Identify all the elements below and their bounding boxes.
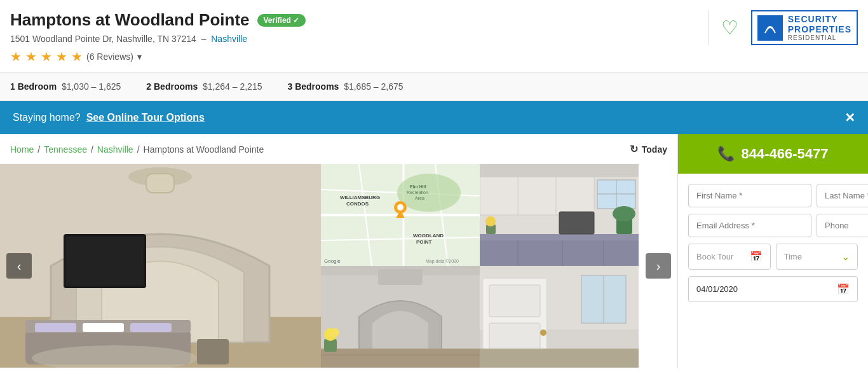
- name-row: [688, 184, 858, 207]
- photo-gallery: ‹: [0, 164, 677, 368]
- svg-rect-47: [559, 212, 594, 234]
- svg-rect-12: [197, 339, 229, 364]
- star-1: ★: [10, 49, 22, 64]
- breadcrumb-city[interactable]: Nashville: [97, 144, 133, 155]
- photo-map: Elm Hill Recreation Area WILLIAMSBURG CO…: [321, 164, 480, 266]
- time-chevron-icon: ⌄: [841, 251, 850, 263]
- svg-rect-11: [130, 323, 172, 332]
- svg-rect-66: [489, 285, 540, 317]
- one-bed-range: $1,030 – 1,625: [62, 81, 121, 92]
- pricing-bar: 1 Bedroom $1,030 – 1,625 2 Bedrooms $1,2…: [0, 73, 868, 101]
- left-content: Home / Tennessee / Nashville / Hamptons …: [0, 134, 677, 368]
- svg-text:CONDOS: CONDOS: [346, 201, 369, 207]
- breadcrumb-state[interactable]: Tennessee: [44, 144, 87, 155]
- address-text: 1501 Woodland Pointe Dr, Nashville, TN 3…: [10, 34, 196, 44]
- svg-rect-55: [321, 349, 480, 368]
- three-bed-range: $1,685 – 2,675: [344, 81, 403, 92]
- svg-rect-42: [480, 234, 639, 240]
- svg-text:Google: Google: [324, 258, 341, 264]
- phone-input[interactable]: [817, 214, 868, 237]
- book-tour-field[interactable]: Book Tour 📅: [688, 244, 771, 270]
- logo-line3: RESIDENTIAL: [788, 34, 851, 41]
- today-label: Today: [642, 144, 667, 155]
- svg-text:Map data ©2020: Map data ©2020: [426, 259, 459, 264]
- three-bed-label: 3 Bedrooms: [287, 81, 339, 92]
- today-button[interactable]: ↻ Today: [630, 143, 667, 155]
- photo-kitchen: [480, 164, 639, 266]
- header-actions: ♡ SECURITY PROPERTIES RESIDENTIAL: [708, 10, 858, 45]
- logo-graphic-icon: [757, 15, 783, 41]
- rating-row: ★ ★ ★ ★ ★ (6 Reviews) ▾: [10, 49, 708, 64]
- gallery-next-button[interactable]: ›: [646, 253, 671, 279]
- main-content: Home / Tennessee / Nashville / Hamptons …: [0, 134, 868, 368]
- svg-point-59: [330, 328, 339, 337]
- breadcrumb-sep-1: /: [37, 144, 40, 155]
- time-select[interactable]: Time ⌄: [776, 244, 858, 270]
- time-label: Time: [784, 252, 802, 261]
- see-online-tour-link[interactable]: See Online Tour Options: [86, 112, 205, 123]
- property-title: Hamptons at Woodland Pointe: [10, 10, 250, 30]
- last-name-input[interactable]: [817, 184, 868, 207]
- svg-text:WOODLAND: WOODLAND: [413, 233, 444, 239]
- contact-row: [688, 214, 858, 237]
- address-city-link[interactable]: Nashville: [211, 34, 247, 44]
- star-4: ★: [56, 49, 67, 64]
- svg-text:POINT: POINT: [416, 239, 432, 245]
- breadcrumb: Home / Tennessee / Nashville / Hamptons …: [0, 134, 677, 164]
- svg-point-68: [540, 329, 546, 336]
- date-field[interactable]: 04/01/2020 📅: [688, 276, 858, 302]
- svg-text:Area: Area: [415, 196, 424, 200]
- email-input[interactable]: [688, 214, 811, 237]
- svg-text:Elm Hill: Elm Hill: [410, 184, 426, 189]
- svg-rect-10: [83, 323, 124, 332]
- logo-text: SECURITY PROPERTIES RESIDENTIAL: [788, 14, 851, 41]
- svg-point-51: [485, 216, 496, 226]
- reviews-count[interactable]: (6 Reviews): [86, 52, 133, 62]
- two-bed-range: $1,264 – 2,215: [203, 81, 262, 92]
- title-row: Hamptons at Woodland Pointe Verified ✓: [10, 10, 708, 30]
- phone-number: 844-466-5477: [741, 146, 828, 162]
- svg-rect-54: [378, 269, 423, 285]
- star-5: ★: [71, 49, 83, 64]
- svg-rect-35: [480, 164, 639, 177]
- tour-banner-prefix: Staying home?: [13, 112, 81, 123]
- address-line: 1501 Woodland Pointe Dr, Nashville, TN 3…: [10, 34, 708, 44]
- photo-interior3: [480, 266, 639, 368]
- book-tour-row: Book Tour 📅 Time ⌄: [688, 244, 858, 270]
- svg-text:Recreation: Recreation: [407, 190, 428, 195]
- svg-rect-4: [146, 174, 174, 193]
- right-sidebar: 📞 844-466-5477 Book Tour 📅 Time ⌄: [677, 134, 868, 368]
- photo-main: [0, 164, 321, 368]
- svg-rect-69: [480, 349, 639, 368]
- star-2: ★: [25, 49, 37, 64]
- book-tour-label: Book Tour: [696, 252, 733, 261]
- two-bed-label: 2 Bedrooms: [146, 81, 198, 92]
- photo-interior2: [321, 266, 480, 368]
- first-name-input[interactable]: [688, 184, 811, 207]
- refresh-icon: ↻: [630, 143, 638, 155]
- phone-icon: 📞: [717, 146, 735, 162]
- tour-banner-close-icon[interactable]: ✕: [844, 110, 855, 125]
- svg-rect-9: [35, 323, 76, 332]
- page-header: Hamptons at Woodland Pointe Verified ✓ 1…: [0, 0, 868, 73]
- date-row: 04/01/2020 📅: [688, 276, 858, 302]
- svg-rect-36: [480, 177, 594, 215]
- reviews-chevron-icon[interactable]: ▾: [137, 52, 142, 62]
- star-3: ★: [41, 49, 52, 64]
- svg-rect-43: [480, 240, 639, 266]
- company-logo: SECURITY PROPERTIES RESIDENTIAL: [751, 10, 858, 45]
- one-bed-label: 1 Bedroom: [10, 81, 57, 92]
- favorite-icon[interactable]: ♡: [721, 17, 738, 39]
- calendar-icon: 📅: [750, 251, 763, 263]
- breadcrumb-home[interactable]: Home: [10, 144, 34, 155]
- date-value: 04/01/2020: [696, 284, 738, 294]
- verified-badge: Verified ✓: [257, 14, 306, 27]
- breadcrumb-sep-3: /: [137, 144, 140, 155]
- gallery-prev-button[interactable]: ‹: [6, 253, 32, 279]
- breadcrumb-sep-2: /: [91, 144, 93, 155]
- property-info: Hamptons at Woodland Pointe Verified ✓ 1…: [10, 10, 708, 64]
- tour-banner: Staying home? See Online Tour Options ✕: [0, 101, 868, 134]
- three-bedroom-price: 3 Bedrooms $1,685 – 2,675: [287, 81, 403, 92]
- living-room-photo: [0, 164, 321, 368]
- phone-button[interactable]: 📞 844-466-5477: [678, 134, 868, 174]
